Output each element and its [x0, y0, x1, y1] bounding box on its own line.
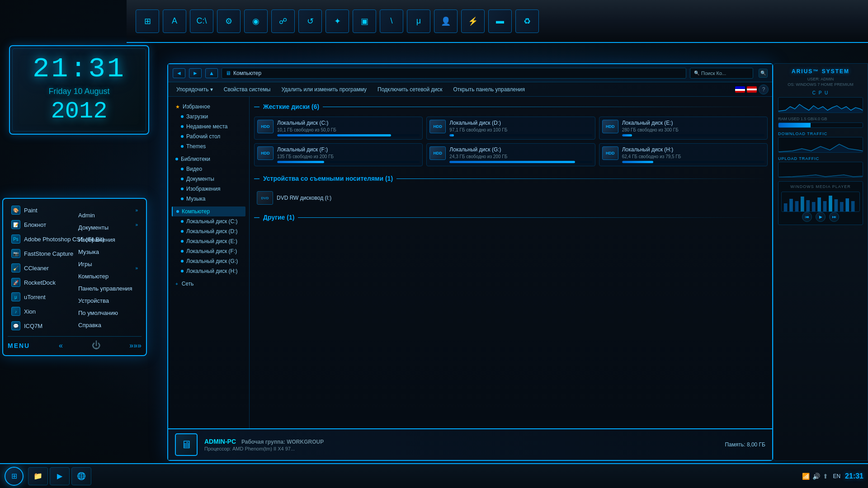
media-controls: ⏮ ▶ ⏭	[781, 212, 860, 222]
sidebar-item-pictures[interactable]: Изображения	[172, 184, 245, 194]
menu-forward-btn[interactable]: »»»	[129, 342, 142, 350]
taskbar-item-media[interactable]: ▶	[50, 467, 70, 485]
sidebar-item-c[interactable]: Локальный диск (C:)	[172, 216, 245, 226]
taskbar-item-file-manager[interactable]: 📁	[28, 467, 48, 485]
media-visualizer	[781, 192, 860, 212]
sidebar-network-header[interactable]: + Сеть	[172, 279, 245, 289]
toolbar-btn-power[interactable]: ⚡	[461, 9, 485, 33]
utorrent-icon: μ	[11, 292, 20, 301]
fm-forward-btn[interactable]: ►	[189, 68, 202, 78]
ram-bar	[778, 122, 863, 128]
sidebar-item-d[interactable]: Локальный диск (D:)	[172, 226, 245, 236]
photoshop-icon: Ps	[11, 235, 20, 244]
download-label: DOWNLOAD TRAFFIC	[778, 131, 863, 136]
fm-menu-netdrive[interactable]: Подключить сетевой диск	[373, 84, 447, 94]
menu-right-help[interactable]: Справка	[75, 320, 136, 330]
menu-right-docs[interactable]: Документы	[75, 222, 136, 233]
menu-right-computer[interactable]: Компьютер	[75, 271, 136, 282]
paint-icon: 🎨	[11, 206, 20, 215]
toolbar-btn-grid[interactable]: ▣	[353, 9, 376, 33]
fm-help-btn[interactable]: ?	[759, 84, 769, 94]
fm-menu-controlpanel[interactable]: Открыть панель управления	[448, 84, 529, 94]
menu-right-devices[interactable]: Устройства	[75, 296, 136, 306]
sidebar-item-themes[interactable]: Themes	[172, 141, 245, 151]
menu-right-music[interactable]: Музыка	[75, 247, 136, 257]
menu-right-controlpanel[interactable]: Панель управления	[75, 283, 136, 294]
sidebar-item-desktop[interactable]: Рабочий стол	[172, 131, 245, 141]
fm-search-btn[interactable]: 🔍	[759, 69, 768, 78]
toolbar-btn-media[interactable]: ◉	[244, 9, 268, 33]
dot-f	[181, 250, 184, 253]
svg-rect-7	[823, 201, 827, 212]
sidebar-item-g[interactable]: Локальный диск (G:)	[172, 256, 245, 266]
menu-back-btn[interactable]: «	[59, 342, 63, 350]
top-toolbar: ⊞ A C:\ ⚙ ◉ ☍ ↺ ✦ ▣ \ μ 👤 ⚡ ▬ ♻	[127, 0, 868, 43]
sidebar-item-h[interactable]: Локальный диск (H:)	[172, 266, 245, 276]
fm-content: — Жесткие диски (6) HDD Локальный диск (…	[250, 97, 772, 428]
fm-menu-uninstall[interactable]: Удалить или изменить программу	[277, 84, 371, 94]
sidebar-item-video[interactable]: Видео	[172, 164, 245, 174]
drive-c[interactable]: HDD Локальный диск (C:) 10,1 ГБ свободно…	[254, 117, 423, 140]
media-play-btn[interactable]: ▶	[816, 212, 826, 222]
svg-rect-4	[806, 200, 810, 212]
fm-address-bar[interactable]: 🖥 Компьютер	[222, 68, 686, 79]
toolbar-btn-settings[interactable]: ⚙	[217, 9, 241, 33]
dot-c	[181, 220, 184, 223]
toolbar-btn-recycle[interactable]: ♻	[515, 9, 539, 33]
svg-rect-5	[812, 202, 816, 212]
toolbar-btn-adobe[interactable]: A	[163, 9, 186, 33]
menu-right-games[interactable]: Игры	[75, 259, 136, 269]
cpu-graph	[778, 97, 863, 113]
toolbar-btn-refresh[interactable]: ↺	[298, 9, 322, 33]
toolbar-btn-windows[interactable]: ⊞	[136, 9, 159, 33]
hdd-icon-e: HDD	[602, 120, 618, 133]
media-next-btn[interactable]: ⏭	[829, 212, 839, 222]
drive-e[interactable]: HDD Локальный диск (E:) 280 ГБ свободно …	[599, 117, 768, 140]
sidebar-item-downloads[interactable]: Загрузки	[172, 112, 245, 122]
pc-icon: 🖥	[175, 433, 198, 456]
sidebar-item-e[interactable]: Локальный диск (E:)	[172, 236, 245, 246]
collapse-icon-3: —	[254, 214, 259, 221]
svg-rect-6	[817, 197, 821, 212]
sidebar-item-documents[interactable]: Документы	[172, 174, 245, 184]
toolbar-btn-mu[interactable]: μ	[407, 9, 430, 33]
media-prev-btn[interactable]: ⏮	[802, 212, 812, 222]
toolbar-btn-slash[interactable]: \	[380, 9, 403, 33]
sidebar-item-music[interactable]: Музыка	[172, 194, 245, 204]
drive-h-bar	[622, 161, 764, 163]
file-manager: ◄ ► ▲ 🖥 Компьютер 🔍 Поиск Ко... 🔍 Упоряд…	[167, 63, 773, 461]
sidebar-item-recent[interactable]: Недавние места	[172, 122, 245, 131]
start-button[interactable]: ⊞	[5, 467, 24, 486]
hard-disks-header: — Жесткие диски (6)	[254, 101, 768, 112]
drive-f[interactable]: HDD Локальный диск (F:) 135 ГБ свободно …	[254, 143, 423, 166]
fm-search-bar[interactable]: 🔍 Поиск Ко...	[690, 68, 753, 79]
drive-d[interactable]: HDD Локальный диск (D:) 97,1 ГБ свободно…	[426, 117, 595, 140]
toolbar-btn-user[interactable]: 👤	[434, 9, 458, 33]
toolbar-btn-rect[interactable]: ▬	[488, 9, 512, 33]
sys-title: ARIUS™ SYSTEM	[778, 68, 863, 75]
fm-back-btn[interactable]: ◄	[173, 68, 185, 78]
menu-right-admin[interactable]: Admin	[75, 210, 136, 221]
dvd-drive[interactable]: DVD DVD RW дисковод (I:)	[254, 188, 768, 207]
power-icon[interactable]: ⏻	[92, 340, 101, 351]
drive-h[interactable]: HDD Локальный диск (H:) 62,4 ГБ свободно…	[599, 143, 768, 166]
toolbar-btn-star[interactable]: ✦	[326, 9, 349, 33]
download-section: DOWNLOAD TRAFFIC	[778, 131, 863, 153]
fm-menu-organize[interactable]: Упорядочить ▾	[172, 84, 217, 94]
sidebar-item-f[interactable]: Локальный диск (F:)	[172, 246, 245, 256]
dot-icon-2	[181, 125, 184, 128]
sidebar-computer-header[interactable]: Компьютер	[172, 206, 245, 216]
fm-menu-sysinfo[interactable]: Свойства системы	[219, 84, 275, 94]
section-divider	[323, 107, 768, 107]
clock-year: 2012	[19, 98, 139, 125]
drive-g[interactable]: HDD Локальный диск (G:) 24,3 ГБ свободно…	[426, 143, 595, 166]
media-player: WINDOWS MEDIA PLAYER ⏮ ▶ ⏭	[778, 181, 863, 225]
fm-up-btn[interactable]: ▲	[205, 68, 218, 78]
toolbar-btn-explorer[interactable]: C:\	[190, 9, 213, 33]
fm-body: ★ Избранное Загрузки Недавние места Рабо…	[168, 97, 772, 428]
drive-c-info: Локальный диск (C:) 10,1 ГБ свободно из …	[277, 120, 420, 136]
menu-right-images[interactable]: Изображения	[75, 235, 136, 245]
taskbar-item-browser[interactable]: 🌐	[71, 467, 91, 485]
menu-right-defaults[interactable]: По умолчанию	[75, 308, 136, 318]
toolbar-btn-rss[interactable]: ☍	[271, 9, 295, 33]
